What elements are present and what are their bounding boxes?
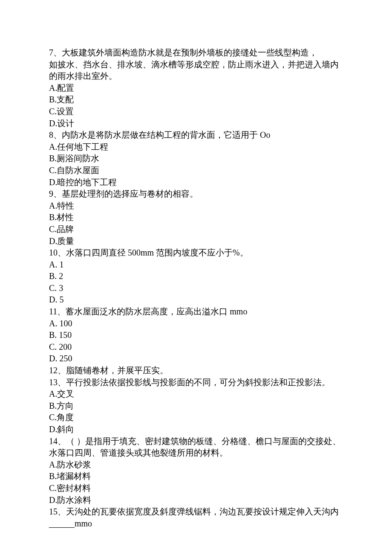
question-15: 15、天沟处的瓦要依据宽度及斜度弹线锯料，沟边瓦要按设计规定伸入天沟内 ____… <box>49 506 343 529</box>
question-8: 8、内防水是将防水层做在结构工程的背水面，它适用于 Oo A.任何地下工程 B.… <box>49 129 343 188</box>
option-b: B.支配 <box>49 94 343 106</box>
option-d: D.质量 <box>49 235 343 247</box>
question-body: 基层处理剂的选择应与卷材的相容。 <box>62 189 198 198</box>
option-d: D.斜向 <box>49 424 343 436</box>
question-text-line: 水落口四周、管道接头或其他裂缝所用的材料。 <box>49 447 343 459</box>
question-body: 大板建筑外墙面构造防水就是在预制外墙板的接缝处一些线型构造， <box>62 48 317 57</box>
question-number: 12、 <box>49 366 66 375</box>
option-b: B. 150 <box>49 329 343 341</box>
option-b: B.厕浴间防水 <box>49 153 343 165</box>
option-b: B.材性 <box>49 212 343 224</box>
question-body: 天沟处的瓦要依据宽度及斜度弹线锯料，沟边瓦要按设计规定伸入天沟内 <box>66 507 339 516</box>
option-d: D. 5 <box>49 294 343 306</box>
option-b: B.方向 <box>49 400 343 412</box>
question-14: 14、（ ）是指用于填充、密封建筑物的板缝、分格缝、檐口与屋面的交接处、 水落口… <box>49 436 343 506</box>
option-a: A.特性 <box>49 200 343 212</box>
question-text-line: ______mmo <box>49 518 343 530</box>
option-c: C.设置 <box>49 106 343 118</box>
option-c: C.角度 <box>49 412 343 424</box>
option-c: C.自防水屋面 <box>49 165 343 177</box>
option-c: C. 200 <box>49 341 343 353</box>
question-10: 10、水落口四周直径 500mm 范围内坡度不应小于%。 A. 1 B. 2 C… <box>49 247 343 306</box>
question-body: 水落口四周直径 500mm 范围内坡度不应小于%。 <box>66 248 248 257</box>
option-d: D.暗控的地下工程 <box>49 177 343 189</box>
document-page: 7、大板建筑外墙面构造防水就是在预制外墙板的接缝处一些线型构造， 如披水、挡水台… <box>0 0 392 555</box>
question-9: 9、基层处理剂的选择应与卷材的相容。 A.特性 B.材性 C.品牌 D.质量 <box>49 188 343 247</box>
question-body: 平行投影法依据投影线与投影面的不同，可分为斜投影法和正投影法。 <box>66 378 330 387</box>
question-text-line: 如披水、挡水台、排水坡、滴水槽等形成空腔，防止雨水进入，并把进入墙内 <box>49 59 343 71</box>
question-text-line: 15、天沟处的瓦要依据宽度及斜度弹线锯料，沟边瓦要按设计规定伸入天沟内 <box>49 506 343 518</box>
option-d: D.设计 <box>49 118 343 130</box>
question-text-line: 8、内防水是将防水层做在结构工程的背水面，它适用于 Oo <box>49 129 343 141</box>
option-a: A.配置 <box>49 82 343 94</box>
question-text-line: 的雨水排出室外。 <box>49 70 343 82</box>
option-a: A.防水砂浆 <box>49 459 343 471</box>
question-12: 12、脂随铺卷材，并展平压实。 <box>49 365 343 377</box>
option-d: D.防水涂料 <box>49 494 343 506</box>
question-text-line: 9、基层处理剂的选择应与卷材的相容。 <box>49 188 343 200</box>
question-body: 脂随铺卷材，并展平压实。 <box>66 366 168 375</box>
question-body: 蓄水屋面泛水的防水层高度，应高出溢水口 mmo <box>66 307 247 316</box>
question-body: （ ）是指用于填充、密封建筑物的板缝、分格缝、檐口与屋面的交接处、 <box>66 436 341 446</box>
option-a: A.交叉 <box>49 388 343 400</box>
question-text-line: 14、（ ）是指用于填充、密封建筑物的板缝、分格缝、檐口与屋面的交接处、 <box>49 436 343 447</box>
question-number: 13、 <box>49 378 66 387</box>
question-number: 14、 <box>49 436 66 446</box>
question-text-line: 13、平行投影法依据投影线与投影面的不同，可分为斜投影法和正投影法。 <box>49 377 343 389</box>
question-text-line: 12、脂随铺卷材，并展平压实。 <box>49 365 343 377</box>
question-number: 9、 <box>49 189 62 198</box>
question-text-line: 7、大板建筑外墙面构造防水就是在预制外墙板的接缝处一些线型构造， <box>49 47 343 59</box>
question-number: 8、 <box>49 130 62 139</box>
option-a: A. 1 <box>49 259 343 271</box>
option-c: C.密封材料 <box>49 482 343 494</box>
question-number: 10、 <box>49 248 66 257</box>
question-number: 15、 <box>49 507 66 516</box>
option-b: B.堵漏材料 <box>49 471 343 482</box>
option-b: B. 2 <box>49 270 343 282</box>
option-a: A.任何地下工程 <box>49 141 343 153</box>
question-7: 7、大板建筑外墙面构造防水就是在预制外墙板的接缝处一些线型构造， 如披水、挡水台… <box>49 47 343 129</box>
question-11: 11、蓄水屋面泛水的防水层高度，应高出溢水口 mmo A. 100 B. 150… <box>49 306 343 365</box>
question-number: 11、 <box>49 307 66 316</box>
option-c: C.品牌 <box>49 224 343 235</box>
question-13: 13、平行投影法依据投影线与投影面的不同，可分为斜投影法和正投影法。 A.交叉 … <box>49 377 343 436</box>
question-number: 7、 <box>49 48 62 57</box>
option-c: C. 3 <box>49 282 343 294</box>
option-d: D. 250 <box>49 353 343 365</box>
question-body: 内防水是将防水层做在结构工程的背水面，它适用于 Oo <box>62 130 270 139</box>
option-a: A. 100 <box>49 318 343 330</box>
question-text-line: 10、水落口四周直径 500mm 范围内坡度不应小于%。 <box>49 247 343 259</box>
question-text-line: 11、蓄水屋面泛水的防水层高度，应高出溢水口 mmo <box>49 306 343 318</box>
